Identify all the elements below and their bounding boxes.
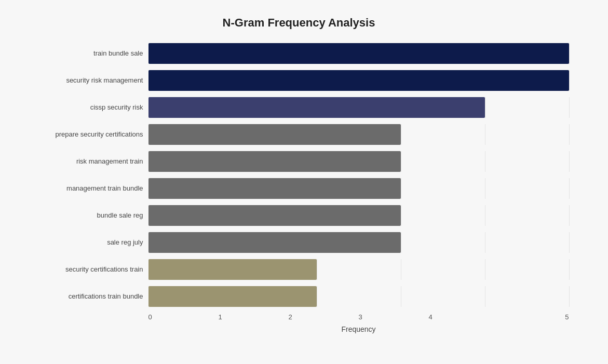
- bar-track: [148, 205, 569, 226]
- bar-track: [148, 70, 569, 91]
- bar-label: cissp security risk: [29, 103, 148, 111]
- bar-track: [148, 124, 569, 145]
- bar-row: security risk management: [29, 67, 569, 94]
- bar-fill: [148, 70, 569, 91]
- bar-fill: [148, 124, 401, 145]
- chart-area: train bundle salesecurity risk managemen…: [29, 40, 569, 310]
- bar-label: security risk management: [29, 76, 148, 84]
- x-axis: 012345: [148, 313, 569, 321]
- bar-track: [148, 178, 569, 199]
- bar-label: sale reg july: [29, 238, 148, 246]
- bar-fill: [148, 286, 317, 307]
- bar-track: [148, 232, 569, 253]
- x-tick: 3: [359, 313, 429, 321]
- bar-label: prepare security certifications: [29, 130, 148, 138]
- bar-label: bundle sale reg: [29, 211, 148, 219]
- x-tick: 0: [148, 313, 219, 321]
- bar-label: management train bundle: [29, 184, 148, 192]
- bar-fill: [148, 232, 401, 253]
- x-tick: 4: [429, 313, 499, 321]
- bar-label: certifications train bundle: [29, 292, 148, 300]
- bar-fill: [148, 259, 317, 280]
- bar-fill: [148, 97, 485, 118]
- bar-fill: [148, 205, 401, 226]
- bar-track: [148, 43, 569, 64]
- bar-row: prepare security certifications: [29, 121, 569, 148]
- bar-row: management train bundle: [29, 175, 569, 202]
- x-tick: 5: [499, 313, 569, 321]
- bar-row: sale reg july: [29, 229, 569, 256]
- bar-track: [148, 286, 569, 307]
- bar-row: train bundle sale: [29, 40, 569, 67]
- x-tick: 1: [219, 313, 289, 321]
- bar-fill: [148, 151, 401, 172]
- bar-label: train bundle sale: [29, 49, 148, 57]
- chart-container: N-Gram Frequency Analysis train bundle s…: [19, 6, 590, 359]
- bar-track: [148, 151, 569, 172]
- bar-label: security certifications train: [29, 265, 148, 273]
- bar-fill: [148, 43, 569, 64]
- bar-fill: [148, 178, 401, 199]
- chart-title: N-Gram Frequency Analysis: [29, 16, 569, 30]
- bar-row: cissp security risk: [29, 94, 569, 121]
- bar-track: [148, 259, 569, 280]
- bar-label: risk management train: [29, 157, 148, 165]
- bar-row: security certifications train: [29, 256, 569, 283]
- x-tick: 2: [289, 313, 359, 321]
- bar-row: certifications train bundle: [29, 283, 569, 310]
- bar-row: bundle sale reg: [29, 202, 569, 229]
- x-axis-label: Frequency: [148, 325, 569, 333]
- bar-row: risk management train: [29, 148, 569, 175]
- bar-track: [148, 97, 569, 118]
